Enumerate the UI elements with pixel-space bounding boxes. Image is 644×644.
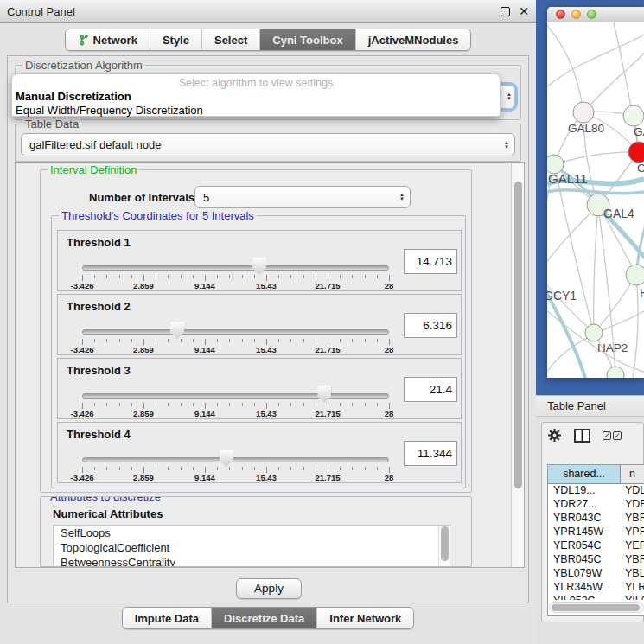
table-row[interactable]: YPR145WYPR1 (548, 526, 644, 539)
attribute-list-item[interactable]: SelfLoops (54, 526, 450, 540)
attributes-scrollbar-thumb[interactable] (441, 526, 449, 561)
cell-shared-name[interactable]: YBL079W (548, 567, 621, 581)
tab-infer-network[interactable]: Infer Network (317, 608, 413, 628)
tab-network[interactable]: Network (66, 29, 150, 50)
node-h[interactable] (626, 265, 644, 285)
node-top-right[interactable] (623, 105, 644, 126)
apply-button[interactable]: Apply (236, 578, 302, 599)
attributes-scrollbar[interactable] (438, 526, 450, 567)
zoom-window-icon[interactable] (587, 10, 596, 19)
number-of-intervals-value: 5 (203, 191, 209, 204)
table-row[interactable]: YDL19...YDL1 (548, 484, 644, 498)
cell-name[interactable]: YIL0 (621, 595, 644, 600)
numerical-attributes-label: Numerical Attributes (53, 507, 163, 520)
threshold-4-panel: Threshold 4 -3.4262.8599.14415.4321.7152… (57, 422, 462, 483)
slider-thumb[interactable] (170, 322, 184, 339)
settings-scrollbar-thumb[interactable] (514, 182, 522, 488)
table-row[interactable]: YLR345WYLR3 (548, 581, 644, 595)
column-header-shared-name[interactable]: shared... (548, 465, 621, 484)
threshold-1-slider[interactable]: -3.4262.8599.14415.4321.71528 (82, 231, 389, 292)
table-data-combobox[interactable]: galFiltered.sif default node ▲▼ (21, 133, 515, 156)
minor-tick (242, 467, 243, 470)
cell-shared-name[interactable]: YLR345W (548, 581, 621, 595)
tab-discretize-data[interactable]: Discretize Data (212, 608, 317, 628)
threshold-3-value-field[interactable] (404, 377, 457, 402)
cell-shared-name[interactable]: YPR145W (548, 526, 621, 539)
minor-tick (193, 275, 194, 278)
minimize-window-icon[interactable] (571, 10, 581, 19)
minor-tick (365, 275, 366, 278)
slider-tick-labels: -3.4262.8599.14415.4321.71528 (82, 345, 389, 355)
tab-jactivemnodules[interactable]: jActiveMNodules (356, 29, 471, 50)
numerical-attributes-list[interactable]: SelfLoopsTopologicalCoefficientBetweenne… (53, 525, 450, 567)
dropdown-item-equal-width-frequency[interactable]: Equal Width/Frequency Discretization (16, 104, 203, 117)
node-hap2[interactable] (585, 324, 603, 341)
minor-tick (352, 467, 353, 470)
cell-shared-name[interactable]: YBR043C (548, 512, 621, 526)
node-table: shared... n YDL19...YDL1YDR27...YDR2YBR0… (547, 464, 644, 616)
table-row[interactable]: YER054CYER0 (548, 539, 644, 553)
node-bottom[interactable] (607, 367, 624, 378)
cell-name[interactable]: YLR3 (621, 581, 644, 595)
number-of-intervals-combobox[interactable]: 5 ▲▼ (194, 186, 411, 208)
cell-name[interactable]: YBR0 (621, 553, 644, 567)
cell-name[interactable]: YBR0 (621, 512, 644, 526)
minor-tick (181, 467, 182, 470)
slider-thumb[interactable] (317, 386, 331, 403)
cell-shared-name[interactable]: YDR27... (548, 498, 621, 512)
dropdown-placeholder-item[interactable]: Select algorithm to view settings (12, 77, 500, 89)
tab-impute-data[interactable]: Impute Data (123, 608, 212, 628)
close-panel-icon[interactable]: ✕ (519, 7, 529, 16)
table-horizontal-scrollbar[interactable] (549, 602, 644, 613)
cell-shared-name[interactable]: YDL19... (548, 484, 621, 498)
table-row[interactable]: YBL079WYBL0 (548, 567, 644, 581)
cell-shared-name[interactable]: YBR045C (548, 553, 621, 567)
column-header-name[interactable]: n (621, 465, 644, 484)
node-selected-red[interactable] (628, 142, 644, 163)
network-canvas[interactable]: GAL80 GA C GAL11 GAL4 GCY1 H HAP2 (547, 22, 644, 378)
threshold-4-value-field[interactable] (404, 441, 457, 466)
threshold-2-value-field[interactable] (404, 313, 457, 338)
right-side-area: GAL80 GA C GAL11 GAL4 GCY1 H HAP2 Table … (536, 0, 644, 644)
tick-label: 9.144 (194, 409, 215, 418)
dropdown-item-manual-discretization[interactable]: Manual Discretization (16, 90, 131, 103)
table-row[interactable]: YBR045CYBR0 (548, 553, 644, 567)
cell-shared-name[interactable]: YER054C (548, 539, 621, 553)
slider-thumb[interactable] (220, 450, 233, 467)
cell-shared-name[interactable]: YIL052C (548, 595, 621, 600)
checkbox-icon: ✓ (603, 431, 611, 440)
major-tick (389, 275, 390, 281)
table-row[interactable]: YBR043CYBR0 (548, 512, 644, 526)
cell-name[interactable]: YER0 (621, 539, 644, 553)
tick-label: 28 (385, 473, 394, 482)
tab-style[interactable]: Style (150, 29, 202, 50)
tab-select[interactable]: Select (202, 29, 260, 50)
node-gal80[interactable] (573, 102, 594, 123)
split-columns-icon[interactable] (574, 429, 590, 443)
slider-track (82, 393, 389, 399)
thresholds-group-label: Threshold's Coordinates for 5 Intervals (59, 209, 257, 222)
cell-name[interactable]: YDL1 (621, 484, 644, 498)
attribute-list-item[interactable]: BetweennessCentrality (54, 555, 450, 567)
select-columns-icon[interactable]: ✓ ✓ (603, 431, 622, 440)
float-panel-icon[interactable] (501, 7, 510, 16)
settings-scrollbar[interactable] (511, 163, 524, 567)
table-hscrollbar-thumb[interactable] (552, 604, 640, 611)
minor-tick (303, 339, 304, 342)
threshold-2-slider[interactable]: -3.4262.8599.14415.4321.71528 (82, 295, 389, 356)
threshold-3-slider[interactable]: -3.4262.8599.14415.4321.71528 (82, 359, 389, 420)
slider-thumb[interactable] (252, 258, 266, 275)
attribute-list-item[interactable]: TopologicalCoefficient (54, 540, 450, 555)
threshold-1-value-field[interactable] (404, 249, 457, 274)
cell-name[interactable]: YPR1 (621, 526, 644, 539)
tick-label: 21.715 (315, 473, 340, 482)
close-window-icon[interactable] (556, 10, 565, 19)
table-row[interactable]: YDR27...YDR2 (548, 498, 644, 512)
table-row[interactable]: YIL052CYIL0 (548, 595, 644, 600)
combobox-stepper-icon: ▲▼ (507, 92, 512, 101)
threshold-4-slider[interactable]: -3.4262.8599.14415.4321.71528 (82, 423, 389, 484)
cell-name[interactable]: YDR2 (621, 498, 644, 512)
gear-icon[interactable] (547, 428, 562, 443)
cell-name[interactable]: YBL0 (621, 567, 644, 581)
tab-cyni-toolbox[interactable]: Cyni Toolbox (260, 29, 355, 50)
